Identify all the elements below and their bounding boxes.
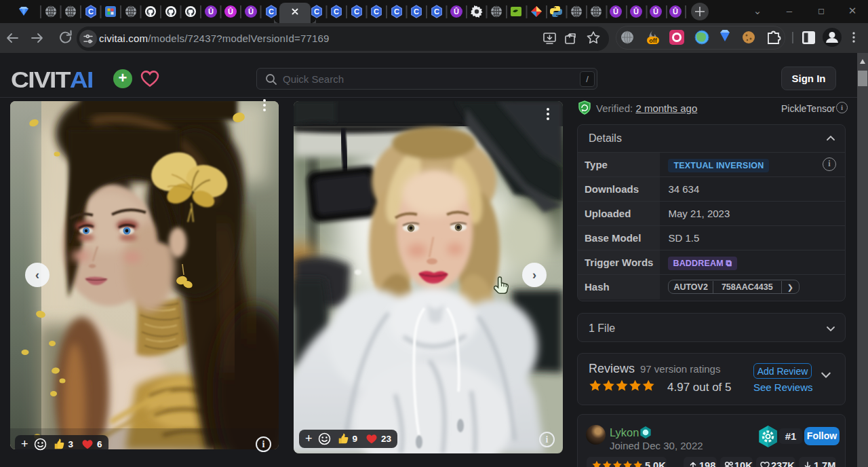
svg-text:off: off bbox=[649, 37, 657, 44]
